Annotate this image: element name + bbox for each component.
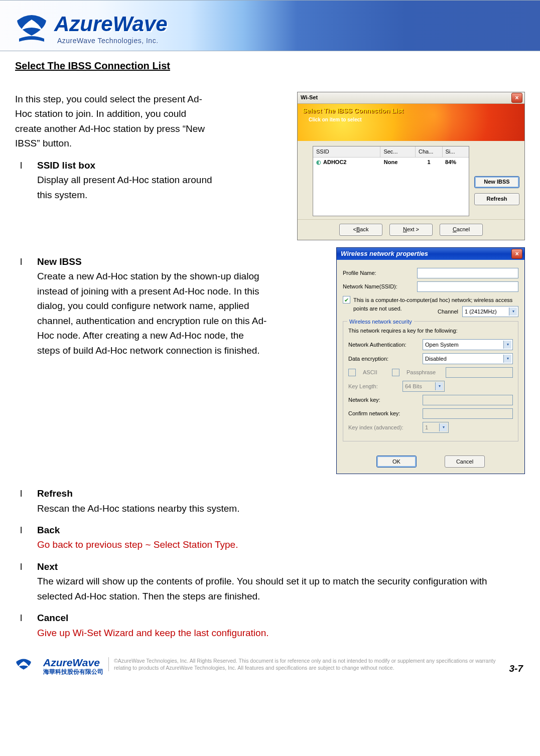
col-cha: Cha... [416,146,442,157]
netkey-label: Network key: [348,396,419,404]
security-fieldset: Wireless network security This network r… [343,321,518,441]
confkey-input [423,408,513,419]
channel-label: Channel [438,308,458,316]
item-body: Create a new Ad-Hoc station by the shown… [37,271,266,355]
fieldset-legend: Wireless network security [347,318,414,326]
passphrase-input [446,367,513,378]
item-body: Go back to previous step ~ Select Statio… [37,539,238,550]
adhoc-checkbox[interactable]: ✔ [343,296,350,304]
item-title: Refresh [37,488,73,499]
next-button[interactable]: Next > [389,224,433,236]
ssid-input[interactable] [417,281,518,292]
ok-button[interactable]: OK [376,456,417,468]
adhoc-icon: ◐ [316,158,321,167]
auth-select[interactable]: Open System▾ [423,339,513,350]
page-number: 3-7 [509,663,525,674]
page-footer: AzureWave 海華科技股份有限公司 ©AzureWave Technolo… [0,657,540,680]
keyidx-select: 1▾ [423,422,449,433]
wiset-header-title: Select The IBSS Connection List [303,106,519,116]
chevron-down-icon: ▾ [509,308,517,316]
enc-select[interactable]: Disabled▾ [423,353,513,364]
channel-select[interactable]: 1 (2412MHz)▾ [462,306,518,317]
ascii-label: ASCII [363,368,388,377]
profile-label: Profile Name: [343,269,413,277]
item-title: New IBSS [37,256,82,267]
col-ssid: SSID [313,146,380,157]
item-title: SSID list box [37,160,95,171]
ssid-listbox[interactable]: SSID Sec... Cha... Si... ◐ADHOC2 None 1 … [313,146,469,216]
chevron-down-icon: ▾ [439,423,447,431]
netkey-input [423,395,513,405]
item-title: Next [37,561,58,572]
item-title: Back [37,525,60,535]
item-body: Give up Wi-Set Wizard and keep the last … [37,628,269,638]
brand-name: AzureWave [54,14,168,35]
copyright-text: ©AzureWave Technologies, Inc. All Rights… [108,657,504,671]
chevron-down-icon: ▾ [503,341,511,349]
item-body: The wizard will show up the contents of … [37,576,487,601]
item-title: Cancel [37,613,68,623]
item-body: Display all present Ad-Hoc station aroun… [37,175,212,200]
chevron-down-icon: ▾ [503,355,511,363]
cancel-button[interactable]: Cacnel [440,224,483,236]
section-title: Select The IBSS Connection List [15,58,525,74]
keyidx-label: Key index (advanced): [348,423,419,432]
wiset-title: Wi-Set [301,93,318,102]
list-row[interactable]: ◐ADHOC2 None 1 84% [313,158,469,167]
intro-text: In this step, you could select the prese… [15,92,206,151]
ascii-checkbox [348,369,356,376]
col-si: Si... [443,146,469,157]
item-body: Rescan the Ad-Hoc stations nearby this s… [37,503,239,514]
cancel-button[interactable]: Cancel [445,456,485,468]
header-banner: AzureWave AzureWave Technologies, Inc. [0,0,540,51]
brand-chinese: 海華科技股份有限公司 [43,668,103,676]
passphrase-checkbox [392,369,399,376]
new-ibss-button[interactable]: New IBSS [474,176,519,188]
keylen-label: Key Length: [348,382,398,391]
enc-label: Data encryption: [348,355,419,363]
azurewave-logo-icon [15,12,48,45]
wiset-dialog: Wi-Set × Select The IBSS Connection List… [297,92,525,240]
keylen-select: 64 Bits▾ [402,381,445,392]
back-button[interactable]: < Back [339,224,382,236]
wnp-title: Wireless network properties [341,249,428,259]
refresh-button[interactable]: Refresh [474,193,519,205]
auth-label: Network Authentication: [348,341,419,349]
profile-input[interactable] [417,268,518,278]
azurewave-logo-icon [15,657,32,674]
ssid-label: Network Name(SSID): [343,282,413,291]
close-icon[interactable]: × [511,93,522,103]
wireless-properties-dialog: Wireless network properties × Profile Na… [336,247,525,474]
passphrase-label: Passphrase [407,368,442,377]
brand-tagline: AzureWave Technologies, Inc. [54,35,168,45]
wiset-header-sub: Click on item to select [303,116,519,124]
chevron-down-icon: ▾ [435,382,443,390]
brand-name: AzureWave [43,657,100,668]
sec-text: This network requires a key for the foll… [348,327,513,335]
close-icon[interactable]: × [511,249,522,259]
confkey-label: Confirm network key: [348,409,419,418]
col-sec: Sec... [380,146,416,157]
